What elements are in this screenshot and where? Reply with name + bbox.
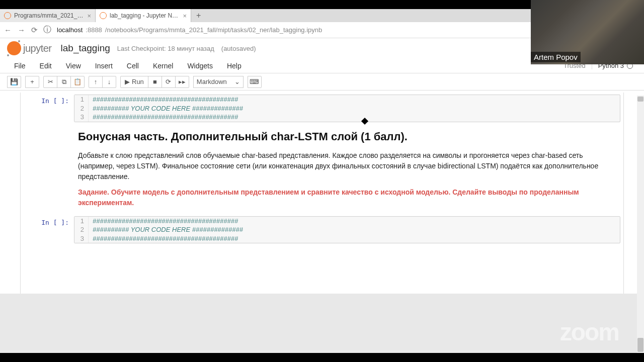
tab-title: lab_tagging - Jupyter Notebook [110,12,180,19]
move-up-button[interactable]: ↑ [89,76,103,88]
cell-prompt: In [ ]: [24,216,74,244]
run-label: Run [132,78,144,85]
cell-prompt: In [ ]: [24,95,74,122]
browser-tab-1[interactable]: Programs/mmta_2021_fall/mipt/ × [0,9,96,22]
new-tab-button[interactable]: + [191,11,206,20]
toolbar: 💾 + ✂ ⧉ 📋 ↑ ↓ ▶ Run ■ ⟳ ▸▸ Markdown ⌄ ⌨ [0,73,644,90]
line-number: 1 [74,217,89,226]
code-input[interactable]: 1#######################################… [74,95,620,122]
section-heading: Бонусная часть. Дополнительный char-LSTM… [78,130,616,143]
notebook-title[interactable]: lab_tagging [61,43,110,54]
paste-button[interactable]: 📋 [70,76,85,88]
md-task: Задание. Обучите модель с дополнительным… [78,187,616,208]
code-line: ########## YOUR CODE HERE ############## [89,104,243,113]
chevron-down-icon: ⌄ [234,78,240,85]
restart-button[interactable]: ⟳ [162,76,176,88]
markdown-cell[interactable]: Бонусная часть. Дополнительный char-LSTM… [21,126,623,212]
webcam-overlay: Artem Popov [531,0,644,64]
notebook-window: jupyter lab_tagging Last Checkpoint: 18 … [0,38,644,294]
code-line: ######################################## [89,113,238,122]
add-cell-button[interactable]: + [25,76,39,88]
jupyter-favicon-icon [4,12,11,19]
jupyter-logo-icon [7,41,21,55]
run-button[interactable]: ▶ Run [120,76,148,88]
checkpoint-info: Last Checkpoint: 18 минут назад [117,45,214,52]
menu-cell[interactable]: Cell [120,60,146,72]
jupyter-logo-text: jupyter [23,43,52,54]
line-number: 1 [74,95,89,104]
menu-edit[interactable]: Edit [33,60,59,72]
menu-insert[interactable]: Insert [88,60,120,72]
menu-kernel[interactable]: Kernel [146,60,180,72]
line-number: 2 [74,104,89,113]
reload-icon[interactable]: ⟳ [31,26,38,35]
back-icon[interactable]: ← [4,26,12,34]
command-palette-button[interactable]: ⌨ [248,76,262,88]
cell-type-value: Markdown [197,78,227,85]
webcam-participant-name: Artem Popov [531,52,581,62]
window-bottom-bar [0,353,644,362]
code-cell-2[interactable]: In [ ]: 1###############################… [24,214,620,246]
menu-help[interactable]: Help [220,60,249,72]
cell-type-select[interactable]: Markdown ⌄ [193,76,244,88]
site-info-icon[interactable]: ⓘ [44,27,51,34]
scroll-up-icon[interactable] [637,97,643,102]
code-line: ######################################## [89,217,238,226]
md-paragraph: Добавьте к слою представлений слов обуча… [78,150,616,182]
close-tab-icon[interactable]: × [183,12,187,20]
tab-title: Programs/mmta_2021_fall/mipt/ [14,12,84,19]
menu-view[interactable]: View [59,60,88,72]
line-number: 3 [74,113,89,122]
line-number: 3 [74,234,89,243]
forward-icon[interactable]: → [18,26,25,34]
jupyter-favicon-icon [100,12,107,19]
close-tab-icon[interactable]: × [87,12,91,20]
scrollbar-thumb[interactable] [637,338,643,352]
url-port: :8888 [86,26,102,34]
url-host: localhost [57,26,83,34]
line-number: 2 [74,225,89,234]
url-path: /notebooks/Programs/mmta_2021_fall/mipt/… [105,26,322,34]
copy-button[interactable]: ⧉ [57,76,71,88]
restart-run-all-button[interactable]: ▸▸ [175,76,189,88]
code-input[interactable]: 1#######################################… [74,216,620,244]
jupyter-logo[interactable]: jupyter [7,41,52,55]
cut-button[interactable]: ✂ [43,76,57,88]
menu-file[interactable]: File [7,60,33,72]
autosave-status: (autosaved) [221,45,256,52]
code-line: ######################################## [89,95,238,104]
move-down-button[interactable]: ↓ [102,76,116,88]
save-button[interactable]: 💾 [7,76,21,88]
browser-tab-2[interactable]: lab_tagging - Jupyter Notebook × [96,9,191,22]
code-line: ########## YOUR CODE HERE ############## [89,225,243,234]
code-cell-1[interactable]: In [ ]: 1###############################… [24,93,620,124]
zoom-watermark: zoom [560,318,619,346]
interrupt-button[interactable]: ■ [148,76,162,88]
code-line: ######################################## [89,234,238,243]
menu-widgets[interactable]: Widgets [180,60,220,72]
notebook-content: In [ ]: 1###############################… [20,93,624,294]
vertical-scrollbar[interactable] [637,96,644,353]
